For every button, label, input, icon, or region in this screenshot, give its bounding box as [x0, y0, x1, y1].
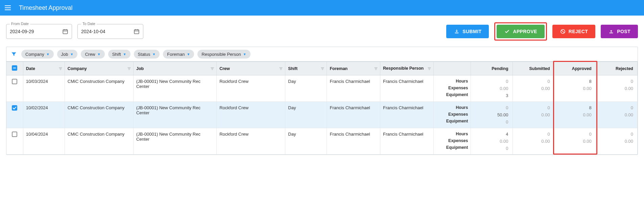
row-checkbox[interactable] — [12, 132, 17, 137]
svg-rect-27 — [375, 67, 378, 68]
chip-company[interactable]: Company▼ — [21, 50, 54, 59]
metric-labels-cell: HoursExpensesEquipment — [433, 128, 471, 155]
approve-button[interactable]: APPROVE — [497, 25, 544, 38]
calendar-icon[interactable] — [62, 28, 68, 34]
row-checkbox[interactable] — [12, 79, 17, 84]
row-checkbox[interactable] — [12, 105, 17, 111]
cell-job: (JB-00001) New Community Rec Center — [133, 75, 216, 102]
svg-rect-20 — [212, 69, 213, 70]
table-row[interactable]: 10/02/2024CMiC Construction Company(JB-0… — [6, 102, 638, 128]
sort-icon — [127, 67, 131, 71]
app-header: Timesheet Approval — [0, 0, 644, 16]
svg-rect-0 — [63, 30, 68, 34]
metric-labels-cell: HoursExpensesEquipment — [433, 102, 471, 128]
metric-cell: 00.00 — [512, 75, 554, 102]
sort-icon — [58, 67, 63, 71]
svg-rect-26 — [322, 69, 323, 70]
chip-shift[interactable]: Shift▼ — [108, 50, 130, 59]
chevron-down-icon: ▼ — [46, 52, 50, 56]
to-date-field[interactable]: To Date — [77, 24, 143, 39]
submit-button[interactable]: SUBMIT — [446, 25, 489, 38]
col-job[interactable]: Job — [133, 62, 216, 75]
svg-rect-28 — [375, 68, 377, 69]
cell-date: 10/03/2024 — [23, 75, 65, 102]
menu-button[interactable] — [5, 4, 13, 12]
svg-rect-14 — [60, 69, 61, 70]
from-date-field[interactable]: From Date — [6, 24, 72, 39]
row-checkbox-cell[interactable] — [6, 75, 23, 102]
metric-cell: 00.00 — [596, 75, 637, 102]
row-checkbox-cell[interactable] — [6, 128, 23, 155]
svg-rect-25 — [321, 68, 324, 69]
svg-rect-13 — [59, 68, 62, 69]
chip-crew[interactable]: Crew▼ — [81, 50, 104, 59]
filter-icon[interactable] — [10, 51, 18, 57]
toolbar: From Date To Date SUBMIT — [6, 22, 638, 41]
chip-responsible[interactable]: Responsible Person▼ — [197, 50, 250, 59]
col-crew[interactable]: Crew — [217, 62, 285, 75]
metric-labels-cell: HoursExpensesEquipment — [433, 75, 471, 102]
svg-rect-22 — [280, 68, 282, 69]
post-button[interactable]: POST — [601, 25, 638, 38]
sort-icon — [210, 67, 214, 71]
svg-rect-23 — [281, 69, 282, 70]
reject-label: REJECT — [569, 29, 588, 34]
col-shift[interactable]: Shift — [285, 62, 327, 75]
col-company[interactable]: Company — [65, 62, 133, 75]
sort-icon — [279, 67, 283, 71]
col-pending[interactable]: Pending — [471, 62, 512, 75]
to-date-input[interactable] — [81, 29, 134, 34]
svg-rect-8 — [455, 32, 459, 33]
chip-foreman[interactable]: Foreman▼ — [163, 50, 194, 59]
metric-cell: 00.00 — [512, 102, 554, 128]
filter-chip-row: Company▼ Job▼ Crew▼ Shift▼ Status▼ Forem… — [6, 47, 638, 62]
cell-foreman: Francis Charmichael — [327, 75, 380, 102]
metric-cell: 80.00 — [554, 75, 596, 102]
cell-company: CMiC Construction Company — [65, 128, 133, 155]
svg-rect-32 — [429, 69, 430, 70]
upload-icon — [608, 28, 614, 34]
col-rejected[interactable]: Rejected — [596, 62, 637, 75]
chip-job[interactable]: Job▼ — [57, 50, 78, 59]
calendar-icon[interactable] — [134, 28, 140, 34]
cell-responsible: Francis Charmichael — [380, 102, 434, 128]
chip-status[interactable]: Status▼ — [134, 50, 160, 59]
from-date-input[interactable] — [10, 29, 62, 34]
svg-rect-29 — [376, 69, 377, 70]
download-icon — [454, 28, 460, 34]
sort-icon — [320, 67, 325, 71]
cell-shift: Day — [285, 75, 327, 102]
chevron-down-icon: ▼ — [123, 52, 126, 56]
check-icon — [504, 28, 510, 34]
chevron-down-icon: ▼ — [152, 52, 156, 56]
cell-shift: Day — [285, 102, 327, 128]
col-date[interactable]: Date — [23, 62, 65, 75]
col-metric-labels — [433, 62, 471, 75]
header-select-all[interactable] — [6, 62, 23, 75]
metric-cell: 80.00 — [554, 102, 596, 128]
cell-job: (JB-00001) New Community Rec Center — [133, 102, 216, 128]
svg-line-10 — [562, 30, 564, 33]
metric-cell: 00.003 — [471, 75, 512, 102]
cell-date: 10/04/2024 — [23, 128, 65, 155]
reject-button[interactable]: REJECT — [552, 25, 596, 38]
svg-rect-17 — [128, 69, 129, 70]
cell-shift: Day — [285, 128, 327, 155]
cell-date: 10/02/2024 — [23, 102, 65, 128]
col-approved[interactable]: Approved — [554, 62, 596, 75]
table-row[interactable]: 10/04/2024CMiC Construction Company(JB-0… — [6, 128, 638, 155]
cell-foreman: Francis Charmichael — [327, 102, 380, 128]
svg-rect-11 — [610, 32, 613, 33]
chevron-down-icon: ▼ — [97, 52, 101, 56]
col-submitted[interactable]: Submitted — [512, 62, 554, 75]
svg-rect-24 — [321, 67, 324, 68]
row-checkbox-cell[interactable] — [6, 102, 23, 128]
col-responsible[interactable]: Responsible Person — [380, 62, 434, 75]
table-row[interactable]: 10/03/2024CMiC Construction Company(JB-0… — [6, 75, 638, 102]
col-foreman[interactable]: Foreman — [327, 62, 380, 75]
table-container: Company▼ Job▼ Crew▼ Shift▼ Status▼ Forem… — [6, 47, 638, 155]
chevron-down-icon: ▼ — [70, 52, 74, 56]
post-label: POST — [617, 29, 630, 34]
metric-cell: 40.000 — [471, 128, 512, 155]
cell-foreman: Francis Charmichael — [327, 128, 380, 155]
